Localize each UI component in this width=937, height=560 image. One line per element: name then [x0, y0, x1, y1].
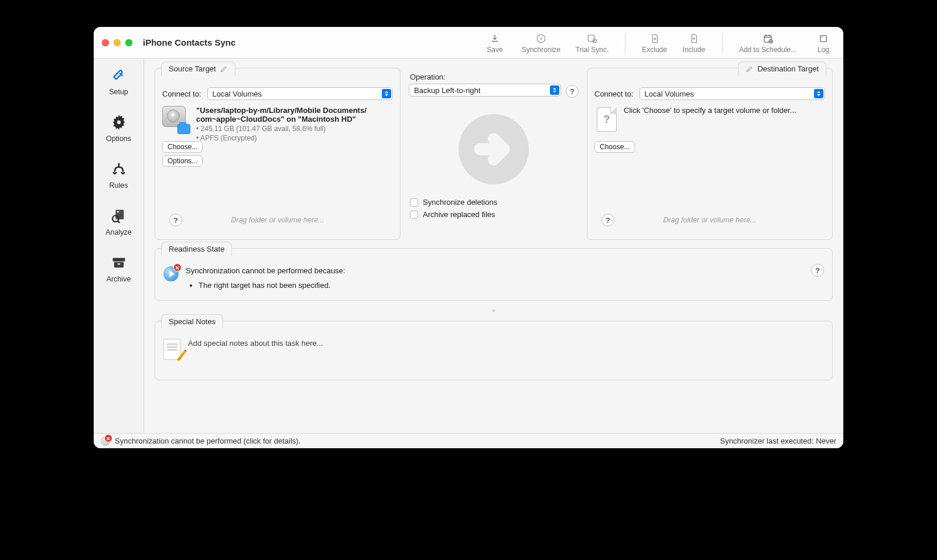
last-executed-value: Never [816, 437, 836, 445]
source-options-button[interactable]: Options... [162, 155, 203, 167]
sidebar-item-setup[interactable]: Setup [109, 67, 129, 96]
play-status-icon [163, 266, 179, 281]
synchronize-button[interactable]: Synchronize [522, 33, 560, 54]
operation-help-button[interactable]: ? [566, 85, 579, 98]
play-circle-icon [535, 33, 548, 44]
readiness-reasons: The right target has not been specified. [199, 281, 345, 290]
svg-rect-8 [116, 210, 124, 219]
source-filesystem: • APFS (Encrypted) [196, 134, 367, 142]
pencil-icon[interactable] [746, 65, 754, 73]
special-notes-panel: Special Notes Add special notes about th… [155, 321, 833, 380]
gear-icon [109, 114, 129, 131]
destination-placeholder: Click 'Choose' to specify a target volum… [624, 106, 796, 115]
destination-target-tab: Destination Target [738, 61, 826, 75]
window-controls [102, 39, 132, 46]
trial-sync-button[interactable]: Trial Sync. [576, 33, 608, 54]
toolbar-separator [625, 33, 625, 53]
source-capacity: • 245.11 GB (101.47 GB avail, 58.6% full… [196, 125, 367, 133]
analyze-icon [108, 207, 128, 225]
content-area: Source Target Connect to: Local Volumes [144, 59, 843, 433]
document-plus-icon [688, 33, 700, 44]
svg-rect-5 [820, 36, 827, 42]
app-window: iPhone Contacts Sync Save Synchronize Tr… [94, 27, 843, 448]
status-icon [101, 437, 110, 446]
direction-arrow-icon [459, 114, 529, 184]
error-badge-icon [173, 263, 182, 272]
readiness-message: Synchronization cannot be performed beca… [186, 266, 345, 275]
operation-select[interactable]: Backup Left-to-right [409, 84, 561, 97]
log-icon [817, 33, 830, 44]
exclude-button[interactable]: Exclude [642, 33, 667, 54]
destination-connect-select[interactable]: Local Volumes [640, 87, 826, 100]
source-path: "Users/laptop-by-m/Library/Mobile Docume… [196, 106, 367, 123]
sidebar: Setup Options [94, 59, 144, 433]
svg-point-7 [117, 120, 121, 124]
last-executed-label: Synchronizer last executed: [720, 437, 814, 445]
stepper-icon [382, 89, 391, 98]
special-notes-tab: Special Notes [161, 314, 223, 328]
source-connect-select[interactable]: Local Volumes [207, 87, 394, 100]
add-to-schedule-button[interactable]: Add to Schedule... [739, 33, 796, 54]
titlebar: iPhone Contacts Sync Save Synchronize Tr… [94, 27, 843, 59]
archive-replaced-checkbox[interactable]: Archive replaced files [410, 210, 577, 219]
toolbar: Save Synchronize Trial Sync. Exclude [483, 31, 835, 54]
sidebar-item-analyze[interactable]: Analyze [105, 207, 131, 236]
status-message[interactable]: Synchronization cannot be performed (cli… [115, 437, 300, 445]
svg-rect-13 [117, 263, 120, 264]
pencil-icon[interactable] [220, 65, 228, 73]
branch-icon [109, 160, 129, 178]
sidebar-item-options[interactable]: Options [106, 114, 131, 143]
destination-choose-button[interactable]: Choose... [594, 141, 635, 153]
operation-panel: Operation: Backup Left-to-right ? [409, 68, 579, 240]
include-button[interactable]: Include [682, 33, 706, 54]
destination-target-panel: Destination Target Connect to: Local Vol… [587, 68, 833, 240]
readiness-panel: Readiness State Synchronization cannot b… [155, 248, 833, 301]
checkbox-icon [410, 198, 418, 207]
svg-rect-9 [117, 211, 119, 212]
destination-connect-label: Connect to: [594, 90, 634, 98]
unknown-document-icon [597, 107, 617, 132]
document-x-icon [648, 33, 661, 44]
readiness-reason: The right target has not been specified. [199, 281, 345, 290]
special-notes-text[interactable]: Add special notes about this task here..… [188, 339, 323, 348]
volume-folder-icon [162, 106, 189, 133]
notes-icon [163, 339, 181, 360]
wrench-icon [109, 67, 129, 84]
readiness-tab: Readiness State [161, 242, 232, 256]
checkbox-icon [410, 211, 418, 219]
stepper-icon [814, 89, 823, 98]
save-icon [488, 33, 501, 44]
sidebar-item-archive[interactable]: Archive [107, 254, 131, 283]
readiness-help-button[interactable]: ? [811, 264, 824, 277]
window-title: iPhone Contacts Sync [143, 37, 235, 47]
sync-deletions-checkbox[interactable]: Synchronize deletions [410, 198, 577, 207]
log-button[interactable]: Log [812, 33, 835, 54]
calendar-add-icon [761, 33, 774, 44]
destination-drop-hint: Drag folder or volume here... [601, 216, 818, 224]
source-choose-button[interactable]: Choose... [162, 141, 203, 153]
toolbar-separator [722, 33, 723, 53]
zoom-window-button[interactable] [125, 39, 132, 46]
close-window-button[interactable] [102, 39, 109, 46]
archive-box-icon [109, 254, 129, 272]
save-button[interactable]: Save [483, 33, 507, 54]
source-connect-label: Connect to: [162, 90, 201, 98]
minimize-window-button[interactable] [114, 39, 121, 46]
sidebar-item-rules[interactable]: Rules [109, 160, 129, 190]
source-target-tab: Source Target [161, 61, 235, 75]
stepper-icon [550, 85, 559, 95]
error-badge-icon [104, 434, 112, 442]
svg-rect-12 [114, 262, 123, 267]
svg-rect-11 [112, 258, 125, 262]
splitter-handle[interactable] [155, 309, 833, 312]
statusbar: Synchronization cannot be performed (cli… [94, 433, 843, 448]
trial-sync-icon [586, 33, 599, 44]
svg-rect-1 [588, 35, 594, 42]
source-drop-hint: Drag folder or volume here... [169, 216, 386, 224]
operation-label: Operation: [410, 73, 579, 81]
source-target-panel: Source Target Connect to: Local Volumes [155, 68, 401, 240]
